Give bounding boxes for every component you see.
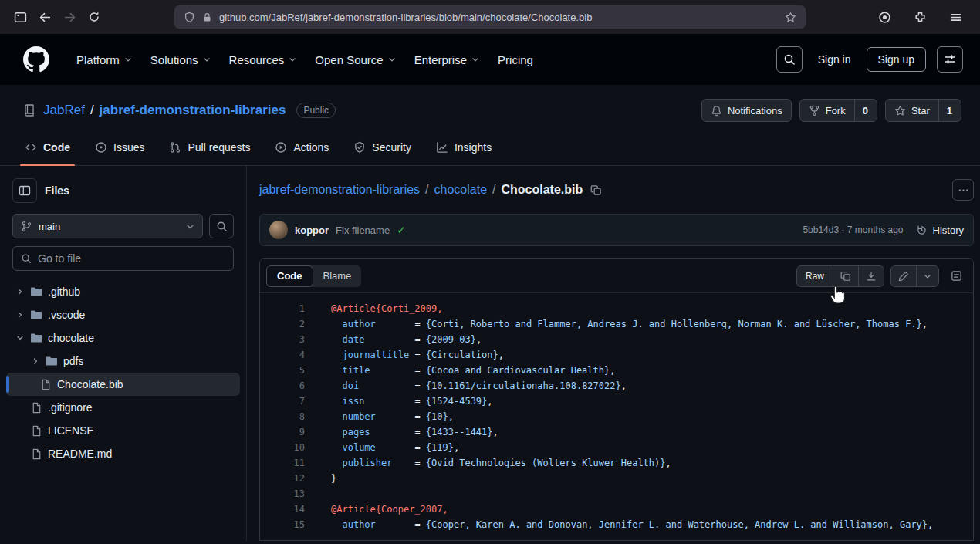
line-number[interactable]: 5 bbox=[260, 363, 305, 378]
checks-status-success-icon[interactable]: ✓ bbox=[397, 224, 406, 236]
nav-item-enterprise[interactable]: Enterprise bbox=[406, 47, 488, 73]
history-button[interactable]: History bbox=[916, 225, 964, 236]
chevron-right-icon[interactable] bbox=[15, 287, 25, 296]
more-options-button[interactable] bbox=[952, 179, 974, 201]
commit-message[interactable]: Fix filename bbox=[336, 225, 390, 236]
line-number[interactable]: 14 bbox=[260, 502, 305, 517]
extensions-puzzle-icon[interactable] bbox=[907, 5, 932, 29]
chevron-right-icon[interactable] bbox=[15, 310, 25, 319]
line-number[interactable]: 8 bbox=[260, 409, 305, 424]
notifications-button[interactable]: Notifications bbox=[701, 99, 792, 122]
line-number[interactable]: 3 bbox=[260, 332, 305, 347]
code-line: 6 doi = {10.1161/circulationaha.108.8270… bbox=[260, 378, 973, 394]
url-text[interactable]: github.com/JabRef/jabref-demonstration-l… bbox=[219, 12, 778, 23]
branch-selector-button[interactable]: main bbox=[12, 214, 203, 238]
symbols-panel-button[interactable] bbox=[945, 265, 967, 287]
breadcrumb-repo-link[interactable]: jabref-demonstration-libraries bbox=[259, 183, 420, 197]
file-main-pane: jabref-demonstration-libraries / chocola… bbox=[247, 166, 980, 541]
nav-item-platform[interactable]: Platform bbox=[68, 47, 140, 73]
extension-circle-icon[interactable] bbox=[872, 5, 897, 29]
chevron-down-icon bbox=[289, 56, 296, 63]
star-count[interactable]: 1 bbox=[938, 100, 952, 121]
nav-item-resources[interactable]: Resources bbox=[221, 47, 306, 73]
line-number[interactable]: 12 bbox=[260, 471, 305, 486]
line-number[interactable]: 2 bbox=[260, 316, 305, 332]
sign-up-button[interactable]: Sign up bbox=[867, 47, 926, 72]
tree-item-pdfs[interactable]: pdfs bbox=[6, 350, 240, 373]
appearance-settings-button[interactable] bbox=[937, 46, 963, 73]
tab-insights[interactable]: Insights bbox=[427, 130, 501, 165]
repo-actions: Notifications Fork 0 Star 1 bbox=[701, 99, 961, 122]
line-number[interactable]: 15 bbox=[260, 517, 305, 532]
reload-icon[interactable] bbox=[82, 5, 106, 29]
code-content: 1@Article{Corti_2009,2 author = {Corti, … bbox=[260, 293, 973, 540]
graph-icon bbox=[436, 141, 448, 154]
fork-button[interactable]: Fork 0 bbox=[799, 99, 877, 122]
tree-item-chocolate-bib[interactable]: Chocolate.bib bbox=[6, 373, 240, 396]
tree-item-license[interactable]: LICENSE bbox=[6, 419, 240, 442]
search-button[interactable] bbox=[776, 46, 803, 73]
go-to-file-input[interactable] bbox=[38, 252, 225, 265]
copy-file-button[interactable] bbox=[833, 266, 859, 286]
blame-view-button[interactable]: Blame bbox=[313, 265, 362, 287]
file-tree: .github .vscode chocolate pdfs Chocolate bbox=[6, 280, 240, 465]
breadcrumb-dir-link[interactable]: chocolate bbox=[434, 183, 488, 197]
star-button[interactable]: Star 1 bbox=[885, 99, 961, 122]
commit-author[interactable]: koppor bbox=[295, 225, 329, 236]
line-content: publisher = {Ovid Technologies (Wolters … bbox=[305, 455, 671, 471]
url-bar[interactable]: github.com/JabRef/jabref-demonstration-l… bbox=[174, 5, 806, 29]
nav-item-solutions[interactable]: Solutions bbox=[142, 47, 219, 73]
line-number[interactable]: 6 bbox=[260, 378, 305, 394]
tab-actions[interactable]: Actions bbox=[265, 130, 338, 165]
download-button[interactable] bbox=[859, 266, 884, 286]
commit-sha[interactable]: 5bb14d3 bbox=[803, 225, 839, 235]
code-blame-toggle: Code Blame bbox=[266, 265, 361, 287]
folder-icon bbox=[46, 355, 58, 367]
line-number[interactable]: 11 bbox=[260, 455, 305, 471]
firefox-view-icon[interactable] bbox=[8, 5, 32, 29]
nav-item-open-source[interactable]: Open Source bbox=[306, 47, 404, 73]
line-number[interactable]: 9 bbox=[260, 424, 305, 440]
search-icon bbox=[21, 253, 32, 264]
edit-file-button[interactable] bbox=[891, 266, 917, 286]
code-line: 11 publisher = {Ovid Technologies (Wolte… bbox=[260, 455, 973, 471]
hamburger-menu-icon[interactable] bbox=[943, 5, 968, 29]
repo-name-link[interactable]: jabref-demonstration-libraries bbox=[100, 103, 286, 118]
folder-icon bbox=[30, 309, 42, 321]
line-number[interactable]: 10 bbox=[260, 440, 305, 455]
tracking-shield-icon[interactable] bbox=[184, 12, 195, 23]
bookmark-star-icon[interactable] bbox=[785, 12, 796, 23]
commit-author-avatar[interactable] bbox=[269, 221, 288, 239]
tab-code[interactable]: Code bbox=[15, 130, 79, 165]
edit-dropdown-button[interactable] bbox=[917, 266, 938, 286]
line-number[interactable]: 13 bbox=[260, 486, 305, 502]
forward-arrow-icon[interactable] bbox=[57, 5, 82, 29]
search-this-repo-button[interactable] bbox=[209, 214, 234, 238]
tree-item-dot-github[interactable]: .github bbox=[6, 280, 240, 303]
nav-item-pricing[interactable]: Pricing bbox=[489, 47, 542, 73]
chevron-right-icon[interactable] bbox=[31, 356, 40, 366]
tree-item-dot-vscode[interactable]: .vscode bbox=[6, 303, 240, 326]
repo-tabs: Code Issues Pull requests Actions Securi… bbox=[0, 130, 980, 166]
sign-in-link[interactable]: Sign in bbox=[813, 49, 856, 70]
chevron-down-icon[interactable] bbox=[15, 333, 25, 343]
copy-icon bbox=[590, 184, 602, 196]
code-view-button[interactable]: Code bbox=[266, 265, 313, 287]
tree-item-gitignore[interactable]: .gitignore bbox=[6, 396, 240, 419]
fork-count[interactable]: 0 bbox=[854, 100, 868, 121]
line-number[interactable]: 7 bbox=[260, 394, 305, 409]
tab-pull-requests[interactable]: Pull requests bbox=[160, 130, 259, 165]
copy-path-button[interactable] bbox=[590, 184, 602, 196]
tree-item-chocolate[interactable]: chocolate bbox=[6, 326, 240, 350]
line-number[interactable]: 1 bbox=[260, 301, 305, 316]
tab-security[interactable]: Security bbox=[344, 130, 421, 165]
repo-owner-link[interactable]: JabRef bbox=[43, 103, 85, 118]
github-logo-icon[interactable] bbox=[23, 46, 49, 73]
tree-item-readme[interactable]: README.md bbox=[6, 442, 240, 465]
lock-icon[interactable] bbox=[202, 12, 212, 22]
collapse-file-tree-button[interactable] bbox=[12, 178, 37, 203]
back-arrow-icon[interactable] bbox=[32, 5, 57, 29]
tab-issues[interactable]: Issues bbox=[86, 130, 154, 165]
line-number[interactable]: 4 bbox=[260, 347, 305, 363]
raw-button[interactable]: Raw bbox=[797, 266, 833, 286]
